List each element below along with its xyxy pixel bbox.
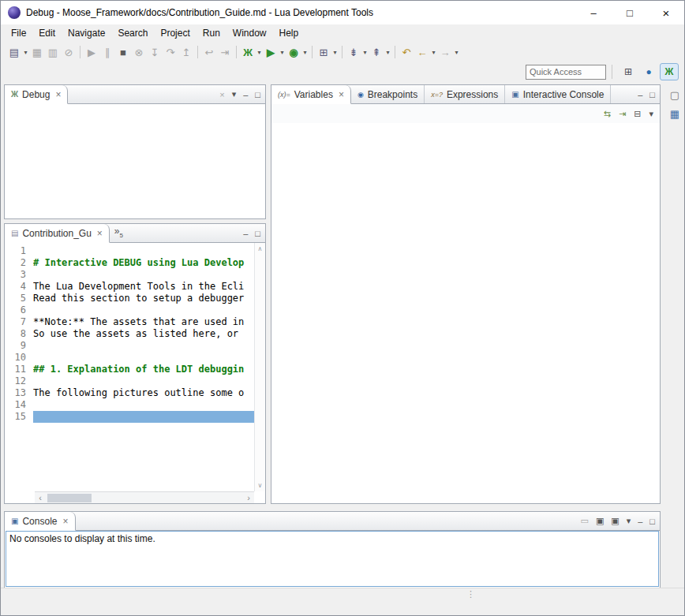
last-edit-location-icon[interactable]: ↶ bbox=[399, 44, 414, 60]
forward-dropdown-icon[interactable]: ▾ bbox=[453, 49, 460, 56]
external-tools-dropdown-icon[interactable]: ▾ bbox=[331, 49, 339, 56]
open-console-icon[interactable]: ▣ bbox=[611, 516, 619, 526]
new-wizard-dropdown-icon[interactable]: ▾ bbox=[22, 49, 29, 56]
menu-run[interactable]: Run bbox=[197, 26, 226, 40]
minimize-view-icon[interactable]: – bbox=[638, 90, 642, 99]
tab-interactive-console[interactable]: ▣ Interactive Console bbox=[505, 85, 611, 103]
next-annotation-icon[interactable]: ⇟ bbox=[346, 44, 361, 60]
tab-expressions[interactable]: x=? Expressions bbox=[425, 85, 505, 103]
more-editors-chevron[interactable]: » 5 bbox=[110, 224, 126, 242]
maximize-view-icon[interactable]: □ bbox=[649, 517, 655, 526]
restore-minimized-editor-icon[interactable]: ▢ bbox=[670, 89, 679, 101]
forward-icon[interactable]: → bbox=[437, 44, 453, 60]
gutter-line-number[interactable]: 14 bbox=[5, 399, 33, 411]
maximize-view-icon[interactable]: □ bbox=[255, 229, 260, 238]
tab-variables[interactable]: (x)= Variables × bbox=[271, 85, 351, 104]
close-window-button[interactable]: × bbox=[648, 1, 684, 24]
scroll-up-icon[interactable]: ∧ bbox=[258, 245, 263, 252]
gutter-line-number[interactable]: 8 bbox=[5, 328, 33, 340]
next-annotation-dropdown-icon[interactable]: ▾ bbox=[361, 49, 369, 56]
tab-debug[interactable]: Ж Debug × bbox=[5, 85, 68, 104]
previous-annotation-icon[interactable]: ⇞ bbox=[369, 44, 384, 60]
menu-window[interactable]: Window bbox=[226, 26, 273, 40]
debug-icon[interactable]: Ж bbox=[240, 44, 256, 60]
terminate-icon[interactable]: ■ bbox=[115, 44, 131, 60]
pin-console-icon[interactable]: ▭ bbox=[580, 516, 588, 526]
resume-icon[interactable]: ▶ bbox=[84, 44, 99, 60]
open-console-dropdown-icon[interactable]: ▾ bbox=[627, 516, 631, 526]
menu-edit[interactable]: Edit bbox=[32, 26, 62, 40]
tab-console[interactable]: ▣ Console × bbox=[5, 512, 76, 531]
previous-annotation-dropdown-icon[interactable]: ▾ bbox=[384, 49, 391, 56]
maximize-view-icon[interactable]: □ bbox=[649, 90, 655, 99]
minimize-view-icon[interactable]: – bbox=[638, 517, 642, 526]
run-icon[interactable]: ▶ bbox=[263, 44, 279, 60]
scroll-right-icon[interactable]: › bbox=[243, 492, 254, 503]
show-logical-structures-icon[interactable]: ⇆ bbox=[604, 109, 611, 119]
view-menu-icon[interactable]: ▾ bbox=[232, 89, 237, 99]
gutter-line-number[interactable]: 12 bbox=[5, 375, 33, 387]
gutter-line-number[interactable]: 4 bbox=[5, 281, 33, 293]
display-selected-console-icon[interactable]: ▣ bbox=[596, 516, 604, 526]
tab-breakpoints[interactable]: ◉ Breakpoints bbox=[351, 85, 425, 103]
scrollbar-thumb[interactable] bbox=[47, 494, 92, 502]
suspend-icon[interactable]: ∥ bbox=[99, 44, 115, 60]
remove-all-terminated-icon[interactable]: × bbox=[219, 90, 224, 99]
menu-help[interactable]: Help bbox=[273, 26, 305, 40]
step-over-icon[interactable]: ↷ bbox=[163, 44, 178, 60]
menu-navigate[interactable]: Navigate bbox=[62, 26, 111, 40]
save-icon[interactable]: ▦ bbox=[29, 44, 45, 60]
close-tab-icon[interactable]: × bbox=[62, 516, 68, 527]
back-dropdown-icon[interactable]: ▾ bbox=[430, 49, 437, 56]
close-tab-icon[interactable]: × bbox=[339, 89, 344, 100]
open-perspective-button[interactable]: ⊞ bbox=[619, 63, 638, 80]
minimize-view-icon[interactable]: – bbox=[243, 229, 248, 238]
gutter-line-number[interactable]: 1 bbox=[5, 245, 33, 257]
gutter-line-number[interactable]: 2 bbox=[5, 257, 33, 269]
disconnect-icon[interactable]: ⊗ bbox=[131, 44, 147, 60]
menu-search[interactable]: Search bbox=[111, 26, 154, 40]
new-wizard-icon[interactable]: ▤ bbox=[6, 44, 22, 60]
gutter-line-number[interactable]: 9 bbox=[5, 340, 33, 352]
drop-to-frame-icon[interactable]: ↩ bbox=[201, 44, 217, 60]
collapse-all-icon[interactable]: ⊟ bbox=[634, 109, 641, 119]
menu-file[interactable]: File bbox=[5, 26, 32, 40]
close-tab-icon[interactable]: × bbox=[97, 228, 103, 239]
ldt-app-icon[interactable] bbox=[8, 6, 21, 19]
scroll-down-icon[interactable]: ∨ bbox=[258, 482, 263, 489]
external-tools-icon[interactable]: ⊞ bbox=[316, 44, 331, 60]
gutter-line-number[interactable]: 10 bbox=[5, 352, 33, 364]
lua-perspective-button[interactable]: ● bbox=[639, 63, 658, 80]
coverage-icon[interactable]: ◉ bbox=[286, 44, 301, 60]
tab-contribution-guide[interactable]: ▤ Contribution_Gu × bbox=[5, 224, 110, 243]
gutter-line-number[interactable]: 3 bbox=[5, 269, 33, 281]
menu-project[interactable]: Project bbox=[154, 26, 196, 40]
close-tab-icon[interactable]: × bbox=[55, 89, 61, 100]
debug-perspective-button[interactable]: Ж bbox=[660, 63, 679, 80]
editor-text-area[interactable]: 1 2# Interactive DEBUG using Lua Develop… bbox=[5, 243, 265, 491]
debug-dropdown-icon[interactable]: ▾ bbox=[256, 49, 263, 56]
minimize-window-button[interactable]: – bbox=[575, 1, 612, 24]
maximize-window-button[interactable]: □ bbox=[612, 1, 648, 24]
gutter-line-number[interactable]: 7 bbox=[5, 316, 33, 328]
minimize-view-icon[interactable]: – bbox=[243, 90, 248, 99]
gutter-line-number[interactable]: 6 bbox=[5, 304, 33, 316]
use-step-filters-icon[interactable]: ⇥ bbox=[217, 44, 233, 60]
step-into-icon[interactable]: ↧ bbox=[147, 44, 163, 60]
sash-grip[interactable]: ⋮ bbox=[466, 589, 475, 599]
run-dropdown-icon[interactable]: ▾ bbox=[279, 49, 286, 56]
coverage-dropdown-icon[interactable]: ▾ bbox=[301, 49, 309, 56]
back-icon[interactable]: ← bbox=[414, 44, 430, 60]
gutter-line-number[interactable]: 13 bbox=[5, 387, 33, 399]
editor-vertical-scrollbar[interactable]: ∧ ∨ bbox=[254, 243, 265, 491]
scroll-left-icon[interactable]: ‹ bbox=[35, 492, 46, 503]
show-columns-icon[interactable]: ⇥ bbox=[619, 109, 626, 119]
print-icon[interactable]: ▥ bbox=[45, 44, 61, 60]
restore-minimized-view-icon[interactable]: ▦ bbox=[670, 108, 679, 120]
gutter-line-number[interactable]: 15 bbox=[5, 411, 33, 423]
editor-horizontal-scrollbar[interactable]: ‹ › bbox=[35, 491, 254, 503]
step-return-icon[interactable]: ↥ bbox=[178, 44, 194, 60]
gutter-line-number[interactable]: 5 bbox=[5, 293, 33, 304]
maximize-view-icon[interactable]: □ bbox=[255, 90, 260, 99]
gutter-line-number[interactable]: 11 bbox=[5, 364, 33, 375]
